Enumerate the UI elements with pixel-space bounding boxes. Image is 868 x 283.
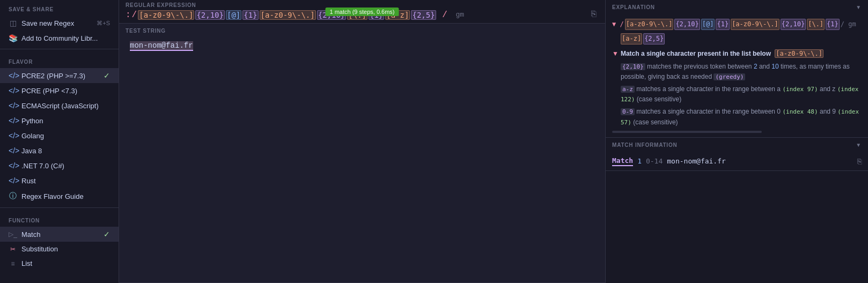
match-icon: ▷_ bbox=[9, 230, 17, 238]
exp-num1: 2 bbox=[754, 63, 757, 70]
regex-token-group1: [@] bbox=[226, 10, 241, 20]
regex-token-quant5: {2,5} bbox=[411, 10, 436, 20]
save-new-regex-label: Save new Regex bbox=[21, 19, 92, 27]
code-icon-java8: </> bbox=[9, 146, 17, 155]
exp-bold-text-1: Match a single character present in the … bbox=[621, 50, 771, 57]
sidebar-item-python[interactable]: </> Python bbox=[0, 113, 119, 128]
match-check: ✓ bbox=[104, 230, 110, 239]
test-string-content[interactable]: mon-nom@fai.fr bbox=[126, 37, 599, 187]
code-icon-pcre: </> bbox=[9, 86, 17, 95]
exp-tree-root: ▼ Match a single character present in th… bbox=[612, 49, 862, 59]
exp-tok-group1: [@] bbox=[701, 19, 715, 30]
sidebar-item-add-community[interactable]: 📚 Add to Community Libr... bbox=[0, 31, 119, 46]
exp-muted-quant: matches the previous token between bbox=[647, 63, 754, 70]
explanation-toggle[interactable]: ▼ bbox=[856, 4, 862, 10]
save-share-title: SAVE & SHARE bbox=[0, 0, 119, 16]
regex-bar: REGULAR EXPRESSION : / [a-z0-9\-\.] {2,1… bbox=[119, 0, 605, 24]
match-info-toggle[interactable]: ▼ bbox=[856, 142, 862, 148]
exp-scroll-hint bbox=[612, 131, 762, 133]
regex-flags: gm bbox=[455, 11, 464, 19]
exp-tree-item-09: 0-9 matches a single character in the ra… bbox=[612, 107, 862, 127]
exp-tok-quant5: {2,5} bbox=[643, 33, 665, 44]
test-area: TEST STRING mon-nom@fai.fr bbox=[119, 24, 605, 283]
exp-regex-line: ▼ / [a-z0-9\-\.] {2,10} [@] {1} [a-z0-9\… bbox=[612, 19, 862, 30]
exp-tree-item-az: a-z matches a single character in the ra… bbox=[612, 84, 862, 105]
match-row-1: Match 1 0-14 mon-nom@fai.fr ⎘ bbox=[612, 157, 862, 166]
sidebar-item-flavor-guide[interactable]: ⓘ Regex Flavor Guide bbox=[0, 188, 119, 204]
code-icon-pcre2: </> bbox=[9, 71, 17, 80]
golang-label: Golang bbox=[21, 132, 110, 140]
regex-slash-open2: / bbox=[132, 10, 137, 20]
match-highlight-1: mon-nom@fai.fr bbox=[130, 41, 193, 51]
match-info-body: Match 1 0-14 mon-nom@fai.fr ⎘ bbox=[606, 152, 868, 170]
sidebar-item-list[interactable]: ≡ List bbox=[0, 256, 119, 271]
exp-index-48: (index 48) bbox=[782, 108, 818, 115]
regex-token-quant2: {1} bbox=[242, 10, 258, 20]
exp-arrow-1: ▼ bbox=[612, 49, 619, 59]
dotnet-label: .NET 7.0 (C#) bbox=[21, 162, 110, 170]
match-value: mon-nom@fai.fr bbox=[667, 157, 726, 165]
exp-tok-bracket2: [a-z0-9\-\.] bbox=[731, 19, 779, 30]
exp-tree-item-quant: {2,10} matches the previous token betwee… bbox=[612, 62, 862, 82]
exp-bold-1: Match a single character present in the … bbox=[621, 49, 823, 59]
function-title: FUNCTION bbox=[0, 211, 119, 227]
regex-token-bracket1: [a-z0-9\-\.] bbox=[138, 10, 194, 20]
match-label: Match bbox=[21, 230, 99, 239]
match-number: 1 bbox=[637, 157, 642, 165]
right-panel: EXPLANATION ▼ ▼ / [a-z0-9\-\.] {2,10} [@… bbox=[605, 0, 868, 283]
exp-tok-quant1: {2,10} bbox=[674, 19, 700, 30]
regex-bar-label: REGULAR EXPRESSION bbox=[126, 2, 196, 8]
sidebar-item-match[interactable]: ▷_ Match ✓ bbox=[0, 227, 119, 242]
exp-tok-quant2: {1} bbox=[716, 19, 730, 30]
sidebar-item-rust[interactable]: </> Rust bbox=[0, 173, 119, 188]
explanation-body: ▼ / [a-z0-9\-\.] {2,10} [@] {1} [a-z0-9\… bbox=[606, 14, 868, 137]
list-icon: ≡ bbox=[9, 260, 17, 267]
sidebar-item-golang[interactable]: </> Golang bbox=[0, 128, 119, 143]
match-badge: 1 match (9 steps, 0.6ms) bbox=[325, 8, 399, 16]
copy-match-button[interactable]: ⎘ bbox=[857, 157, 862, 166]
sidebar-item-pcre[interactable]: </> PCRE (PHP <7.3) bbox=[0, 83, 119, 98]
exp-slash-open: ▼ / bbox=[612, 19, 624, 29]
flavor-guide-label: Regex Flavor Guide bbox=[21, 192, 110, 200]
python-label: Python bbox=[21, 117, 110, 125]
code-icon-golang: </> bbox=[9, 131, 17, 140]
exp-code-az: a-z bbox=[621, 86, 635, 93]
sidebar: SAVE & SHARE ◫ Save new Regex ⌘+S 📚 Add … bbox=[0, 0, 119, 283]
regex-slash-close: / bbox=[437, 10, 453, 20]
sidebar-item-save-new-regex[interactable]: ◫ Save new Regex ⌘+S bbox=[0, 16, 119, 31]
regex-token-bracket2: [a-z0-9\-\.] bbox=[260, 10, 316, 20]
exp-regex-line2: [a-z] {2,5} bbox=[612, 33, 862, 44]
code-icon-dotnet: </> bbox=[9, 161, 17, 170]
match-label-text: Match bbox=[612, 157, 633, 166]
save-shortcut: ⌘+S bbox=[97, 20, 110, 27]
divider-2 bbox=[0, 207, 119, 208]
sidebar-item-ecmascript[interactable]: </> ECMAScript (JavaScript) bbox=[0, 98, 119, 113]
rust-label: Rust bbox=[21, 177, 110, 185]
exp-tok-quant4: {1} bbox=[826, 19, 840, 30]
sidebar-item-java8[interactable]: </> Java 8 bbox=[0, 143, 119, 158]
exp-tok-bracket1: [a-z0-9\-\.] bbox=[625, 19, 674, 30]
regex-slash-open: : bbox=[126, 10, 131, 20]
copy-regex-button[interactable]: ⎘ bbox=[589, 8, 599, 20]
sidebar-item-dotnet[interactable]: </> .NET 7.0 (C#) bbox=[0, 158, 119, 173]
code-icon-python: </> bbox=[9, 116, 17, 125]
library-icon: 📚 bbox=[9, 34, 17, 42]
save-icon: ◫ bbox=[9, 19, 17, 27]
exp-code-quant: {2,10} bbox=[621, 63, 645, 70]
explanation-header: EXPLANATION ▼ bbox=[606, 0, 868, 14]
regex-token-quant1: {2,10} bbox=[195, 10, 225, 20]
java8-label: Java 8 bbox=[21, 147, 110, 155]
ecmascript-label: ECMAScript (JavaScript) bbox=[21, 102, 110, 110]
exp-code-09: 0-9 bbox=[621, 108, 635, 115]
sidebar-item-substitution[interactable]: ✂ Substitution bbox=[0, 242, 119, 256]
match-info-header: MATCH INFORMATION ▼ bbox=[606, 138, 868, 152]
pcre-label: PCRE (PHP <7.3) bbox=[21, 87, 110, 95]
divider-1 bbox=[0, 49, 119, 49]
exp-index-97: (index 97) bbox=[782, 86, 818, 93]
main-content: REGULAR EXPRESSION : / [a-z0-9\-\.] {2,1… bbox=[119, 0, 605, 283]
exp-num2: 10 bbox=[771, 63, 778, 70]
flavor-title: FLAVOR bbox=[0, 53, 119, 68]
sidebar-item-pcre2[interactable]: </> PCRE2 (PHP >=7.3) ✓ bbox=[0, 68, 119, 83]
add-community-label: Add to Community Libr... bbox=[21, 34, 110, 42]
list-label: List bbox=[21, 259, 110, 267]
